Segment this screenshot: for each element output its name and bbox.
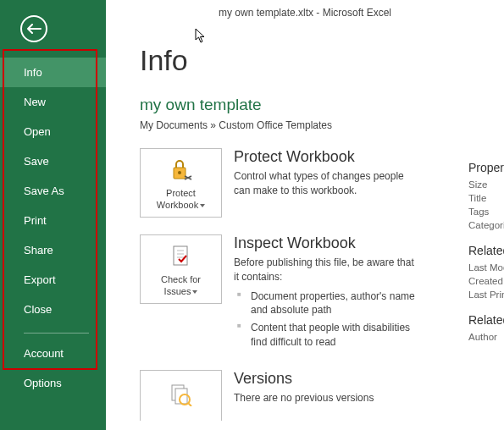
properties-heading: Properties (468, 161, 504, 174)
sidebar-item-save-as[interactable]: Save As (0, 176, 106, 206)
sidebar-item-print[interactable]: Print (0, 206, 106, 235)
prop-last-printed-label: Last Printed (468, 289, 504, 300)
document-check-icon (170, 241, 192, 272)
sidebar-item-open[interactable]: Open (0, 117, 106, 146)
inspect-button-label-1: Check for (161, 274, 201, 284)
protect-button-label-2: Workbook (157, 200, 198, 210)
protect-desc: Control what types of changes people can… (234, 169, 420, 198)
sidebar-item-account[interactable]: Account (0, 339, 106, 368)
protect-heading: Protect Workbook (234, 148, 420, 166)
related-dates-heading: Related Dates (468, 244, 504, 257)
sidebar-item-save[interactable]: Save (0, 146, 106, 176)
versions-section: Versions There are no previous versions (140, 370, 504, 421)
chevron-down-icon (200, 204, 205, 207)
document-path: My Documents » Custom Office Templates (140, 119, 504, 131)
svg-point-1 (178, 171, 181, 174)
page-heading: Info (140, 44, 504, 77)
prop-last-modified-label: Last Modified (468, 262, 504, 273)
check-for-issues-button[interactable]: Check for Issues (140, 234, 222, 304)
sidebar-menu: Info New Open Save Save As Print Share E… (0, 58, 106, 398)
prop-size-label: Size (468, 179, 504, 190)
sidebar-item-new[interactable]: New (0, 87, 106, 117)
related-people-heading: Related People (468, 313, 504, 327)
manage-versions-button[interactable] (140, 370, 222, 421)
back-button[interactable] (20, 15, 47, 42)
protect-workbook-button[interactable]: Protect Workbook (140, 148, 222, 218)
prop-author-label: Author (468, 332, 504, 342)
protect-section: Protect Workbook Protect Workbook Contro… (140, 148, 504, 218)
backstage-sidebar: Info New Open Save Save As Print Share E… (0, 0, 106, 430)
sidebar-item-options[interactable]: Options (0, 368, 106, 398)
inspect-section: Check for Issues Inspect Workbook Before… (140, 234, 504, 353)
prop-title-label: Title (468, 193, 504, 203)
inspect-heading: Inspect Workbook (234, 234, 420, 252)
chevron-down-icon (192, 290, 197, 294)
inspect-desc: Before publishing this file, be aware th… (234, 256, 420, 284)
prop-categories-label: Categories (468, 220, 504, 230)
versions-desc: There are no previous versions (234, 391, 374, 405)
main-content: Info my own template My Documents » Cust… (106, 0, 504, 430)
protect-button-label-1: Protect (166, 188, 196, 198)
back-arrow-icon (26, 24, 42, 34)
sidebar-separator (24, 333, 89, 334)
sidebar-item-share[interactable]: Share (0, 235, 106, 265)
svg-rect-2 (174, 246, 187, 265)
sidebar-item-info[interactable]: Info (0, 58, 106, 87)
lock-icon (169, 155, 193, 185)
sidebar-item-export[interactable]: Export (0, 265, 106, 295)
document-title: my own template (140, 96, 504, 114)
properties-panel: Properties Size Title Tags Categories Re… (468, 161, 504, 356)
inspect-bullets: Document properties, author's name and a… (234, 289, 420, 350)
inspect-button-label-2: Issues (164, 286, 191, 296)
prop-created-label: Created (468, 276, 504, 286)
versions-heading: Versions (234, 370, 374, 388)
inspect-bullet: Content that people with disabilities fi… (234, 321, 420, 350)
inspect-bullet: Document properties, author's name and a… (234, 289, 420, 318)
sidebar-item-close[interactable]: Close (0, 295, 106, 324)
prop-tags-label: Tags (468, 207, 504, 217)
versions-icon (169, 379, 193, 410)
